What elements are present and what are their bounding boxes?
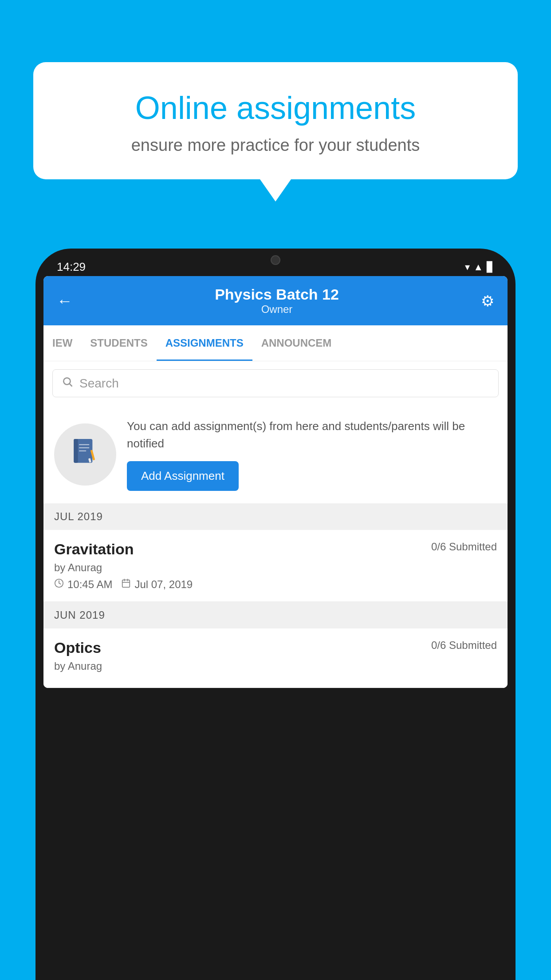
- tab-announcements[interactable]: ANNOUNCEM: [252, 325, 341, 361]
- assignment-item-optics-header: Optics 0/6 Submitted: [54, 639, 497, 656]
- section-header-jul: JUL 2019: [43, 503, 508, 530]
- tab-assignments[interactable]: ASSIGNMENTS: [157, 325, 252, 361]
- battery-icon: ▊: [487, 261, 494, 273]
- phone-frame: 14:29 ▾ ▲ ▊ ← Physics Batch 12 Owner ⚙: [35, 249, 516, 980]
- assignment-item-optics[interactable]: Optics 0/6 Submitted by Anurag: [43, 628, 508, 688]
- tabs-container: IEW STUDENTS ASSIGNMENTS ANNOUNCEM: [43, 325, 508, 361]
- assignment-author-optics: by Anurag: [54, 660, 497, 672]
- assignment-name: Gravitation: [54, 541, 134, 558]
- search-placeholder-text: Search: [79, 376, 119, 391]
- svg-rect-5: [79, 447, 89, 448]
- assignment-meta: 10:45 AM Jul 07, 2019: [54, 578, 497, 591]
- phone-container: 14:29 ▾ ▲ ▊ ← Physics Batch 12 Owner ⚙: [35, 249, 516, 980]
- section-header-jun: JUN 2019: [43, 602, 508, 628]
- svg-line-1: [70, 384, 72, 386]
- speech-bubble-title: Online assignments: [64, 89, 487, 127]
- info-text-container: You can add assignment(s) from here and …: [127, 418, 497, 491]
- assignment-submitted: 0/6 Submitted: [431, 541, 497, 553]
- search-container: Search: [43, 361, 508, 405]
- svg-rect-4: [79, 444, 89, 445]
- speech-bubble: Online assignments ensure more practice …: [33, 62, 518, 179]
- assignment-date-value: Jul 07, 2019: [134, 578, 193, 591]
- back-button[interactable]: ←: [57, 292, 73, 310]
- phone-screen: ← Physics Batch 12 Owner ⚙ IEW STUDENTS …: [43, 276, 508, 688]
- assignment-name-optics: Optics: [54, 639, 101, 656]
- assignment-item-gravitation[interactable]: Gravitation 0/6 Submitted by Anurag 10:4…: [43, 530, 508, 602]
- clock-icon: [54, 578, 64, 591]
- status-icons: ▾ ▲ ▊: [465, 261, 494, 273]
- search-input-wrapper[interactable]: Search: [52, 369, 499, 397]
- calendar-icon: [121, 578, 131, 591]
- svg-rect-10: [122, 580, 130, 588]
- speech-bubble-arrow: [260, 179, 291, 202]
- search-icon: [62, 376, 73, 391]
- info-icon-circle: [54, 423, 116, 486]
- svg-rect-3: [74, 439, 78, 463]
- tab-students[interactable]: STUDENTS: [81, 325, 156, 361]
- phone-notch: [244, 249, 307, 272]
- add-assignment-button[interactable]: Add Assignment: [127, 461, 239, 491]
- info-description: You can add assignment(s) from here and …: [127, 418, 497, 452]
- app-bar-subtitle: Owner: [215, 303, 339, 316]
- assignment-submitted-optics: 0/6 Submitted: [431, 639, 497, 652]
- app-bar: ← Physics Batch 12 Owner ⚙: [43, 276, 508, 325]
- status-time: 14:29: [57, 260, 86, 274]
- app-bar-title: Physics Batch 12: [215, 286, 339, 303]
- assignment-date: Jul 07, 2019: [121, 578, 193, 591]
- app-bar-title-container: Physics Batch 12 Owner: [215, 286, 339, 316]
- assignment-item-header: Gravitation 0/6 Submitted: [54, 541, 497, 558]
- settings-icon[interactable]: ⚙: [481, 292, 494, 310]
- assignment-time-value: 10:45 AM: [67, 578, 112, 591]
- tab-iew[interactable]: IEW: [43, 325, 81, 361]
- status-bar: 14:29 ▾ ▲ ▊: [43, 257, 508, 274]
- svg-rect-6: [79, 450, 86, 451]
- notebook-icon: [70, 436, 101, 473]
- speech-bubble-container: Online assignments ensure more practice …: [33, 62, 518, 202]
- phone-camera: [271, 255, 280, 265]
- assignment-time: 10:45 AM: [54, 578, 112, 591]
- signal-icon: ▲: [473, 261, 483, 273]
- wifi-icon: ▾: [465, 261, 470, 273]
- speech-bubble-subtitle: ensure more practice for your students: [64, 136, 487, 155]
- assignment-author: by Anurag: [54, 561, 497, 574]
- info-card: You can add assignment(s) from here and …: [43, 405, 508, 503]
